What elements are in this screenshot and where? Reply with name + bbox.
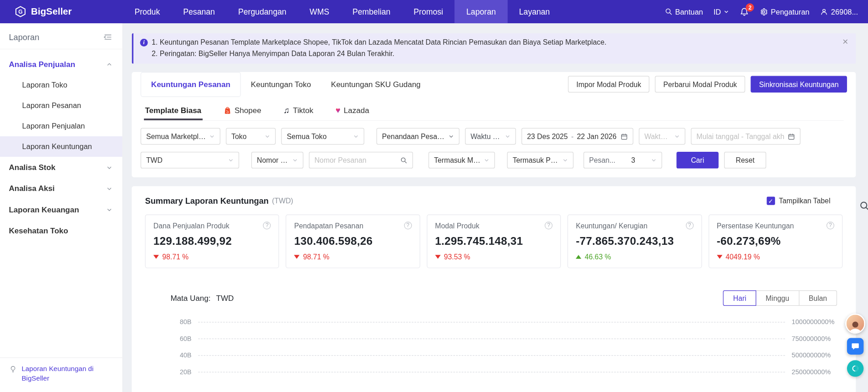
- marketplace-select[interactable]: Semua Marketplace: [141, 128, 220, 144]
- chevron-down-icon: [505, 134, 511, 139]
- section-label: Analisa Penjualan: [9, 60, 75, 68]
- stat-card-modal-produk: Modal Produk ? 1.295.745.148,31 93.53 %: [427, 214, 561, 268]
- help-icon[interactable]: ?: [404, 222, 412, 229]
- user-id: 26908...: [831, 7, 858, 15]
- selected-value: Termasuk Meli...: [434, 156, 480, 164]
- import-modal-produk-button[interactable]: Impor Modal Produk: [568, 76, 649, 93]
- info-icon: i: [140, 39, 148, 46]
- nav-item-wms[interactable]: WMS: [298, 0, 341, 23]
- sidebar-section-analisa-stok[interactable]: Analisa Stok: [0, 157, 123, 178]
- support-avatar[interactable]: [845, 314, 865, 334]
- selected-value: Toko: [231, 132, 246, 140]
- help-icon[interactable]: ?: [263, 222, 271, 229]
- reset-button[interactable]: Reset: [724, 152, 766, 168]
- show-table-toggle[interactable]: Tampilkan Tabel: [767, 197, 831, 205]
- tab-shopee[interactable]: Shopee: [222, 100, 262, 120]
- nav-item-promosi[interactable]: Promosi: [402, 0, 455, 23]
- gridline: [198, 338, 785, 339]
- help-icon[interactable]: ?: [545, 222, 552, 229]
- selected-value: Termasuk Pes...: [513, 156, 559, 164]
- date-range-picker[interactable]: 23 Des 2025 - 22 Jan 2026: [521, 128, 633, 144]
- chevron-down-icon: [651, 157, 657, 163]
- collapse-sidebar-icon[interactable]: [103, 33, 112, 41]
- calendar-icon: [621, 133, 628, 140]
- pesanan-count-input[interactable]: [619, 154, 648, 166]
- toko-select[interactable]: Toko: [226, 128, 276, 144]
- sidebar-section-laporan-keuangan[interactable]: Laporan Keuangan: [0, 199, 123, 220]
- calendar-icon: [788, 133, 795, 140]
- nomor-pesanan-type-select[interactable]: Nomor Pes...: [251, 152, 303, 168]
- waktu-pesanan-select[interactable]: Waktu P...: [465, 128, 516, 144]
- arrow-up-icon: [576, 255, 581, 259]
- nav-item-layanan[interactable]: Layanan: [507, 0, 562, 23]
- help-icon[interactable]: ?: [686, 222, 694, 229]
- chat-widget-button[interactable]: [847, 338, 863, 355]
- cari-button[interactable]: Cari: [676, 152, 718, 168]
- sidebar-item-laporan-toko[interactable]: Laporan Toko: [0, 75, 123, 95]
- termasuk-pesanan-select[interactable]: Termasuk Pes...: [507, 152, 573, 168]
- penandaan-pesanan-select[interactable]: Penandaan Pesanan: [377, 128, 460, 144]
- stat-title: Modal Produk: [435, 222, 480, 230]
- sidebar-item-laporan-keuntungan[interactable]: Laporan Keuntungan: [0, 136, 123, 157]
- chevron-down-icon: [562, 157, 568, 163]
- nomor-pesanan-input[interactable]: [314, 156, 397, 164]
- report-filter-card: Keuntungan Pesanan Keuntungan Toko Keunt…: [132, 72, 856, 177]
- sidebar-item-laporan-pesanan[interactable]: Laporan Pesanan: [0, 95, 123, 116]
- chart-currency-value: TWD: [216, 294, 234, 302]
- waktu-2-select[interactable]: Waktu ...: [639, 128, 685, 144]
- nav-item-produk[interactable]: Produk: [123, 0, 172, 23]
- stat-title: Keuntungan/ Kerugian: [576, 222, 647, 230]
- section-label: Kesehatan Toko: [9, 226, 68, 235]
- profit-chart: 80B 1000000000% 60B 750000000% 40B 50000…: [145, 314, 842, 380]
- period-hari-button[interactable]: Hari: [723, 290, 756, 306]
- nav-item-pembelian[interactable]: Pembelian: [341, 0, 402, 23]
- messenger-widget-button[interactable]: [847, 360, 863, 377]
- termasuk-meliputi-select[interactable]: Termasuk Meli...: [429, 152, 495, 168]
- notifications-button[interactable]: 2: [740, 7, 750, 16]
- nav-item-pesanan[interactable]: Pesanan: [172, 0, 227, 23]
- gridline: [198, 371, 785, 372]
- selected-value: Semua Toko: [287, 132, 327, 140]
- brand-logo[interactable]: G BigSeller: [15, 5, 123, 18]
- secondary-date-range-picker[interactable]: [691, 128, 801, 144]
- nomor-pesanan-search[interactable]: [309, 152, 413, 168]
- perbarui-modal-produk-button[interactable]: Perbarui Modal Produk: [655, 76, 745, 93]
- sinkronisasi-keuntungan-button[interactable]: Sinkronisasi Keuntungan: [751, 76, 847, 93]
- nav-item-pergudangan[interactable]: Pergudangan: [226, 0, 298, 23]
- period-minggu-button[interactable]: Minggu: [756, 290, 799, 306]
- gridline: [198, 322, 785, 322]
- bigseller-logo-icon: G: [15, 5, 27, 18]
- tab-keuntungan-pesanan[interactable]: Keuntungan Pesanan: [141, 72, 241, 97]
- footer-help-link[interactable]: Laporan Keuntungan di BigSeller: [21, 365, 113, 383]
- close-icon[interactable]: [842, 38, 849, 45]
- chevron-down-icon: [724, 9, 729, 14]
- semua-toko-select[interactable]: Semua Toko: [281, 128, 364, 144]
- date-start: 23 Des 2025: [527, 132, 568, 140]
- floating-search-icon[interactable]: [859, 201, 868, 214]
- sidebar-section-analisa-penjualan[interactable]: Analisa Penjualan: [0, 54, 123, 75]
- help-link[interactable]: Bantuan: [664, 7, 703, 15]
- chart-gridline-row: 60B 750000000%: [145, 330, 842, 346]
- help-icon[interactable]: ?: [827, 222, 834, 229]
- tab-keuntungan-toko[interactable]: Keuntungan Toko: [241, 72, 321, 97]
- secondary-date-range-input[interactable]: [696, 132, 784, 140]
- user-menu[interactable]: 26908...: [820, 7, 858, 15]
- tab-tiktok[interactable]: ♫ Tiktok: [282, 100, 315, 120]
- tampilkan-tabel-checkbox[interactable]: [767, 197, 775, 205]
- period-toggle: Hari Minggu Bulan: [723, 290, 837, 306]
- sidebar-section-kesehatan-toko[interactable]: Kesehatan Toko: [0, 220, 123, 241]
- tab-lazada[interactable]: ♥ Lazada: [334, 100, 370, 120]
- stat-card-keuntungan-kerugian: Keuntungan/ Kerugian ? -77.865.370.243,1…: [567, 214, 702, 268]
- period-bulan-button[interactable]: Bulan: [799, 290, 837, 306]
- currency-select[interactable]: TWD: [141, 152, 239, 168]
- tab-template-biasa[interactable]: Template Biasa: [144, 100, 202, 120]
- sidebar-item-laporan-penjualan[interactable]: Laporan Penjualan: [0, 116, 123, 136]
- lazada-icon: ♥: [336, 105, 341, 115]
- sidebar-section-analisa-aksi[interactable]: Analisa Aksi: [0, 178, 123, 199]
- tab-keuntungan-sku-gudang[interactable]: Keuntungan SKU Gudang: [321, 72, 431, 97]
- chart-gridline-row: 40B 500000000%: [145, 347, 842, 363]
- settings-link[interactable]: Pengaturan: [760, 7, 809, 15]
- pesanan-count-filter[interactable]: Pesan...: [583, 152, 662, 168]
- language-selector[interactable]: ID: [714, 7, 730, 15]
- nav-item-laporan[interactable]: Laporan: [455, 0, 508, 23]
